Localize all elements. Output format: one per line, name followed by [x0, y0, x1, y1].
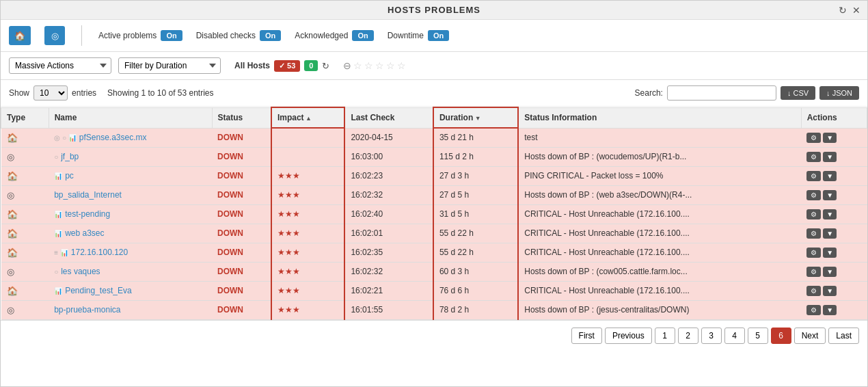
type-icon: 🏠 [7, 209, 18, 219]
status-badge: DOWN [217, 305, 243, 315]
previous-page-button[interactable]: Previous [605, 328, 652, 344]
action-dropdown-button[interactable]: ▼ [823, 286, 837, 296]
csv-export-button[interactable]: ↓ CSV [781, 86, 815, 100]
host-name-link[interactable]: pfSense.a3sec.mx [79, 133, 147, 142]
first-page-button[interactable]: First [571, 328, 602, 344]
refresh-icon[interactable]: ↻ [839, 5, 847, 16]
extra-icons: 📊 [54, 287, 62, 295]
close-icon[interactable]: ✕ [852, 5, 860, 16]
search-input[interactable] [667, 85, 776, 101]
disabled-checks-label: Disabled checks [196, 31, 256, 40]
json-export-button[interactable]: ↓ JSON [819, 86, 859, 100]
col-impact[interactable]: Impact [271, 107, 345, 128]
home-button[interactable]: 🏠 [9, 26, 31, 45]
action-dropdown-button[interactable]: ▼ [823, 305, 837, 315]
cell-impact: ★★★ [271, 243, 345, 262]
active-problems-toggle[interactable]: On [161, 30, 182, 41]
cell-duration: 31 d 5 h [433, 204, 518, 224]
host-name-link[interactable]: bp-prueba-monica [54, 305, 120, 315]
action-main-button[interactable]: ⚙ [806, 286, 821, 296]
host-name-link[interactable]: pc [65, 171, 74, 181]
action-dropdown-button[interactable]: ▼ [823, 152, 837, 162]
minus-circle-icon[interactable]: ⊖ [343, 60, 351, 71]
acknowledged-toggle[interactable]: On [352, 30, 373, 41]
action-dropdown-button[interactable]: ▼ [823, 209, 837, 219]
extra-icons: ○ [54, 268, 58, 276]
cell-name: ≡ 📊172.16.100.120 [49, 243, 212, 262]
action-main-button[interactable]: ⚙ [806, 248, 821, 258]
cell-actions: ⚙ ▼ [801, 204, 867, 224]
badge-red-count[interactable]: ✓53 [274, 60, 300, 72]
star-5[interactable]: ☆ [397, 60, 406, 71]
cell-actions: ⚙ ▼ [801, 281, 867, 300]
massive-actions-select[interactable]: Massive Actions [9, 57, 111, 74]
action-dropdown-button[interactable]: ▼ [823, 190, 837, 200]
action-main-button[interactable]: ⚙ [806, 305, 821, 315]
target-button[interactable]: ◎ [44, 26, 65, 45]
star-4[interactable]: ☆ [386, 60, 395, 71]
action-main-button[interactable]: ⚙ [806, 209, 821, 219]
star-1[interactable]: ☆ [353, 60, 362, 71]
action-dropdown-button[interactable]: ▼ [823, 171, 837, 181]
cell-actions: ⚙ ▼ [801, 224, 867, 243]
col-name[interactable]: Name [49, 107, 212, 128]
type-icon: ◎ [7, 190, 14, 200]
col-type[interactable]: Type [1, 107, 49, 128]
type-icon: ◎ [7, 152, 14, 162]
page-5-button[interactable]: 5 [748, 328, 768, 344]
last-page-button[interactable]: Last [828, 328, 859, 344]
downtime-toggle[interactable]: On [428, 30, 449, 41]
type-icon: 🏠 [7, 228, 18, 239]
cell-name: ○les vaques [49, 262, 212, 281]
action-main-button[interactable]: ⚙ [806, 171, 821, 181]
status-badge: DOWN [217, 171, 243, 181]
col-status[interactable]: Status [212, 107, 271, 128]
active-problems-group: Active problems On [98, 30, 182, 41]
action-main-button[interactable]: ⚙ [806, 152, 821, 162]
cell-impact: ★★★ [271, 300, 345, 319]
page-2-button[interactable]: 2 [678, 328, 699, 344]
status-badge: DOWN [217, 133, 243, 142]
action-dropdown-button[interactable]: ▼ [823, 248, 837, 258]
page-1-button[interactable]: 1 [655, 328, 675, 344]
host-name-link[interactable]: les vaques [61, 267, 100, 276]
col-last-check[interactable]: Last Check [344, 107, 433, 128]
page-3-button[interactable]: 3 [701, 328, 722, 344]
badge-green-count[interactable]: 0 [304, 60, 318, 71]
action-main-button[interactable]: ⚙ [806, 267, 821, 277]
action-dropdown-button[interactable]: ▼ [823, 267, 837, 277]
action-main-button[interactable]: ⚙ [806, 133, 821, 143]
page-4-button[interactable]: 4 [724, 328, 745, 344]
host-name-link[interactable]: Pending_test_Eva [65, 286, 131, 295]
extra-icons: ○ [54, 153, 58, 161]
host-name-link[interactable]: jf_bp [61, 152, 79, 161]
star-2[interactable]: ☆ [364, 60, 373, 71]
status-badge: DOWN [217, 228, 243, 238]
host-name-link[interactable]: web a3sec [65, 228, 104, 238]
col-status-info[interactable]: Status Information [518, 107, 801, 128]
star-3[interactable]: ☆ [375, 60, 384, 71]
cell-actions: ⚙ ▼ [801, 243, 867, 262]
action-dropdown-button[interactable]: ▼ [823, 133, 837, 143]
cell-name: 📊web a3sec [49, 224, 212, 243]
cell-status-info: PING CRITICAL - Packet loss = 100% [518, 166, 801, 185]
page-6-button[interactable]: 6 [771, 328, 791, 344]
action-main-button[interactable]: ⚙ [806, 190, 821, 200]
disabled-checks-toggle[interactable]: On [260, 30, 281, 41]
entries-count-select[interactable]: 10 25 50 [33, 85, 68, 101]
host-name-link[interactable]: bp_salida_Internet [54, 190, 122, 200]
cell-duration: 55 d 22 h [433, 243, 518, 262]
cell-status: DOWN [212, 147, 271, 166]
host-name-link[interactable]: test-pending [65, 209, 110, 219]
next-page-button[interactable]: Next [794, 328, 826, 344]
cell-type: 🏠 [1, 204, 49, 224]
mini-refresh-icon[interactable]: ↻ [322, 61, 329, 71]
cell-impact: ★★★ [271, 281, 345, 300]
col-actions[interactable]: Actions [801, 107, 867, 128]
host-name-link[interactable]: 172.16.100.120 [71, 248, 128, 257]
cell-status-info: CRITICAL - Host Unreachable (172.16.100.… [518, 243, 801, 262]
filter-duration-select[interactable]: Filter by Duration [118, 57, 221, 74]
action-dropdown-button[interactable]: ▼ [823, 228, 837, 239]
action-main-button[interactable]: ⚙ [806, 228, 821, 239]
col-duration[interactable]: Duration [433, 107, 518, 128]
